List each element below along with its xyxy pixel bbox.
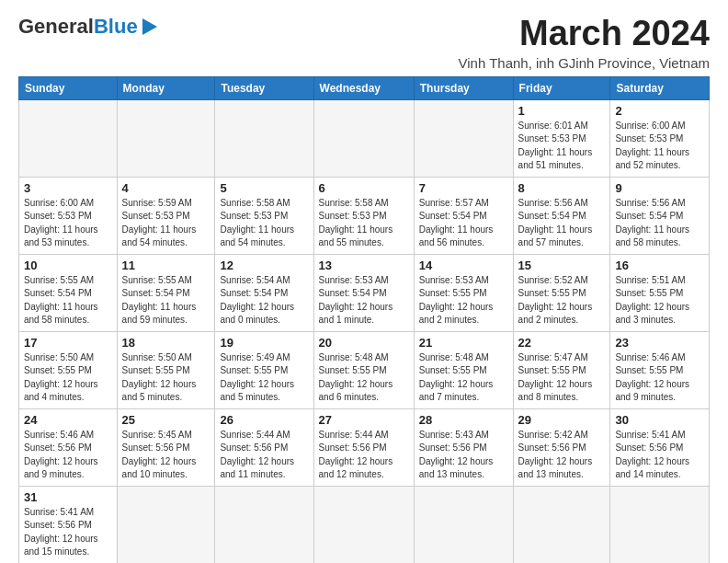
logo-text: GeneralBlue <box>18 15 157 39</box>
day-number: 18 <box>122 336 210 350</box>
day-info: Sunrise: 5:56 AM Sunset: 5:54 PM Dayligh… <box>518 197 606 250</box>
day-number: 9 <box>615 181 704 195</box>
logo: GeneralBlue <box>18 15 157 39</box>
day-info: Sunrise: 5:55 AM Sunset: 5:54 PM Dayligh… <box>122 274 210 327</box>
calendar-cell <box>215 99 313 177</box>
calendar-table: Sunday Monday Tuesday Wednesday Thursday… <box>18 76 710 563</box>
col-sunday: Sunday <box>19 76 118 99</box>
day-info: Sunrise: 5:48 AM Sunset: 5:55 PM Dayligh… <box>319 351 409 405</box>
calendar-cell: 20Sunrise: 5:48 AM Sunset: 5:55 PM Dayli… <box>313 331 414 408</box>
calendar-cell: 3Sunrise: 6:00 AM Sunset: 5:53 PM Daylig… <box>19 177 118 254</box>
calendar-week-row: 1Sunrise: 6:01 AM Sunset: 5:53 PM Daylig… <box>19 99 710 177</box>
calendar-cell <box>313 99 414 177</box>
calendar-week-row: 17Sunrise: 5:50 AM Sunset: 5:55 PM Dayli… <box>19 331 710 408</box>
calendar-cell: 10Sunrise: 5:55 AM Sunset: 5:54 PM Dayli… <box>19 254 118 331</box>
month-title: March 2024 <box>458 15 710 53</box>
calendar-cell <box>215 486 313 563</box>
calendar-cell <box>414 486 513 563</box>
calendar-cell: 21Sunrise: 5:48 AM Sunset: 5:55 PM Dayli… <box>414 331 513 408</box>
col-thursday: Thursday <box>414 76 513 99</box>
day-number: 23 <box>615 336 704 350</box>
day-info: Sunrise: 5:48 AM Sunset: 5:55 PM Dayligh… <box>419 351 508 405</box>
calendar-cell: 16Sunrise: 5:51 AM Sunset: 5:55 PM Dayli… <box>610 254 710 331</box>
day-number: 26 <box>220 413 308 427</box>
day-number: 19 <box>220 336 308 350</box>
calendar-cell: 29Sunrise: 5:42 AM Sunset: 5:56 PM Dayli… <box>513 408 610 486</box>
day-info: Sunrise: 5:45 AM Sunset: 5:56 PM Dayligh… <box>122 429 210 482</box>
day-info: Sunrise: 5:46 AM Sunset: 5:55 PM Dayligh… <box>615 351 704 405</box>
day-info: Sunrise: 5:46 AM Sunset: 5:56 PM Dayligh… <box>24 429 112 482</box>
day-info: Sunrise: 5:53 AM Sunset: 5:55 PM Dayligh… <box>419 274 508 327</box>
calendar-cell: 24Sunrise: 5:46 AM Sunset: 5:56 PM Dayli… <box>19 408 118 486</box>
calendar-cell: 31Sunrise: 5:41 AM Sunset: 5:56 PM Dayli… <box>19 486 118 563</box>
calendar-cell: 14Sunrise: 5:53 AM Sunset: 5:55 PM Dayli… <box>414 254 513 331</box>
day-number: 5 <box>220 181 308 195</box>
day-info: Sunrise: 5:44 AM Sunset: 5:56 PM Dayligh… <box>220 429 308 482</box>
day-number: 4 <box>122 181 210 195</box>
day-number: 8 <box>518 181 606 195</box>
col-wednesday: Wednesday <box>313 76 414 99</box>
calendar-cell: 11Sunrise: 5:55 AM Sunset: 5:54 PM Dayli… <box>117 254 215 331</box>
calendar-cell: 17Sunrise: 5:50 AM Sunset: 5:55 PM Dayli… <box>19 331 118 408</box>
day-info: Sunrise: 5:53 AM Sunset: 5:54 PM Dayligh… <box>319 274 409 327</box>
calendar-cell: 13Sunrise: 5:53 AM Sunset: 5:54 PM Dayli… <box>313 254 414 331</box>
day-number: 30 <box>615 413 704 427</box>
day-info: Sunrise: 5:47 AM Sunset: 5:55 PM Dayligh… <box>518 351 606 405</box>
day-number: 6 <box>319 181 409 195</box>
day-info: Sunrise: 5:42 AM Sunset: 5:56 PM Dayligh… <box>518 429 606 482</box>
day-number: 22 <box>518 336 606 350</box>
calendar-cell: 27Sunrise: 5:44 AM Sunset: 5:56 PM Dayli… <box>313 408 414 486</box>
col-friday: Friday <box>513 76 610 99</box>
calendar-week-row: 10Sunrise: 5:55 AM Sunset: 5:54 PM Dayli… <box>19 254 710 331</box>
calendar-week-row: 31Sunrise: 5:41 AM Sunset: 5:56 PM Dayli… <box>19 486 710 563</box>
calendar-cell: 19Sunrise: 5:49 AM Sunset: 5:55 PM Dayli… <box>215 331 313 408</box>
day-info: Sunrise: 5:55 AM Sunset: 5:54 PM Dayligh… <box>24 274 112 327</box>
day-number: 17 <box>24 336 112 350</box>
day-number: 2 <box>615 104 704 118</box>
day-number: 13 <box>319 259 409 272</box>
day-number: 15 <box>518 259 606 272</box>
title-area: March 2024 Vinh Thanh, inh GJinh Provinc… <box>458 15 710 71</box>
calendar-week-row: 24Sunrise: 5:46 AM Sunset: 5:56 PM Dayli… <box>19 408 710 486</box>
day-info: Sunrise: 5:49 AM Sunset: 5:55 PM Dayligh… <box>220 351 308 405</box>
day-number: 10 <box>24 259 112 272</box>
day-info: Sunrise: 5:52 AM Sunset: 5:55 PM Dayligh… <box>518 274 606 327</box>
calendar-week-row: 3Sunrise: 6:00 AM Sunset: 5:53 PM Daylig… <box>19 177 710 254</box>
day-info: Sunrise: 6:00 AM Sunset: 5:53 PM Dayligh… <box>24 197 112 250</box>
calendar-cell: 2Sunrise: 6:00 AM Sunset: 5:53 PM Daylig… <box>610 99 710 177</box>
calendar-cell <box>610 486 710 563</box>
day-number: 7 <box>419 181 508 195</box>
calendar-cell: 22Sunrise: 5:47 AM Sunset: 5:55 PM Dayli… <box>513 331 610 408</box>
day-info: Sunrise: 5:44 AM Sunset: 5:56 PM Dayligh… <box>319 429 409 482</box>
day-number: 28 <box>419 413 508 427</box>
calendar-cell: 1Sunrise: 6:01 AM Sunset: 5:53 PM Daylig… <box>513 99 610 177</box>
day-number: 14 <box>419 259 508 272</box>
day-info: Sunrise: 6:00 AM Sunset: 5:53 PM Dayligh… <box>615 120 704 173</box>
day-info: Sunrise: 5:56 AM Sunset: 5:54 PM Dayligh… <box>615 197 704 250</box>
day-info: Sunrise: 5:54 AM Sunset: 5:54 PM Dayligh… <box>220 274 308 327</box>
day-info: Sunrise: 5:58 AM Sunset: 5:53 PM Dayligh… <box>220 197 308 250</box>
day-info: Sunrise: 5:51 AM Sunset: 5:55 PM Dayligh… <box>615 274 704 327</box>
day-info: Sunrise: 5:57 AM Sunset: 5:54 PM Dayligh… <box>419 197 508 250</box>
calendar-cell <box>117 486 215 563</box>
day-number: 27 <box>319 413 409 427</box>
calendar-cell: 15Sunrise: 5:52 AM Sunset: 5:55 PM Dayli… <box>513 254 610 331</box>
day-info: Sunrise: 5:58 AM Sunset: 5:53 PM Dayligh… <box>319 197 409 250</box>
day-info: Sunrise: 6:01 AM Sunset: 5:53 PM Dayligh… <box>518 120 606 173</box>
day-info: Sunrise: 5:43 AM Sunset: 5:56 PM Dayligh… <box>419 429 508 482</box>
calendar-cell: 12Sunrise: 5:54 AM Sunset: 5:54 PM Dayli… <box>215 254 313 331</box>
calendar-cell <box>117 99 215 177</box>
calendar-cell <box>414 99 513 177</box>
day-number: 31 <box>24 490 112 504</box>
calendar-cell <box>513 486 610 563</box>
day-number: 24 <box>24 413 112 427</box>
calendar-cell: 5Sunrise: 5:58 AM Sunset: 5:53 PM Daylig… <box>215 177 313 254</box>
day-number: 16 <box>615 259 704 272</box>
day-number: 3 <box>24 181 112 195</box>
logo-triangle-icon <box>142 18 157 35</box>
day-number: 29 <box>518 413 606 427</box>
day-number: 20 <box>319 336 409 350</box>
calendar-cell: 25Sunrise: 5:45 AM Sunset: 5:56 PM Dayli… <box>117 408 215 486</box>
calendar-cell: 18Sunrise: 5:50 AM Sunset: 5:55 PM Dayli… <box>117 331 215 408</box>
page-header: GeneralBlue March 2024 Vinh Thanh, inh G… <box>18 15 710 71</box>
